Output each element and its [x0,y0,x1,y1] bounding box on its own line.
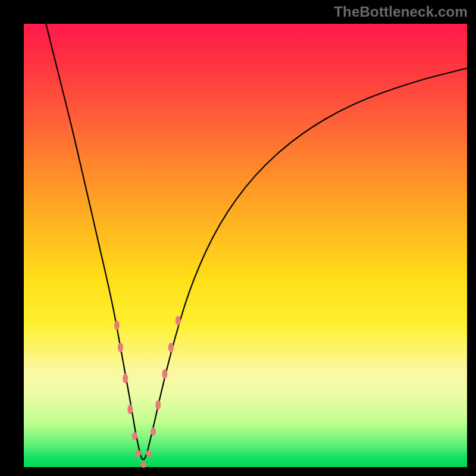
curve-svg [24,24,467,467]
bead-marker [176,316,181,325]
bottleneck-curve [46,24,467,459]
bead-marker [155,400,161,410]
bead-marker [146,450,152,458]
chart-frame: TheBottleneck.com [0,0,476,476]
plot-area [24,24,467,467]
bead-marker [136,450,141,458]
bead-marker [140,462,146,468]
watermark-text: TheBottleneck.com [334,4,468,20]
bead-marker [123,374,128,383]
bead-marker [162,369,167,379]
bead-marker [132,432,137,440]
bead-marker [151,427,156,436]
bead-marker [168,343,174,352]
bead-group [114,316,181,468]
bead-marker [127,405,133,414]
bead-marker [118,343,123,352]
bead-marker [114,321,120,330]
